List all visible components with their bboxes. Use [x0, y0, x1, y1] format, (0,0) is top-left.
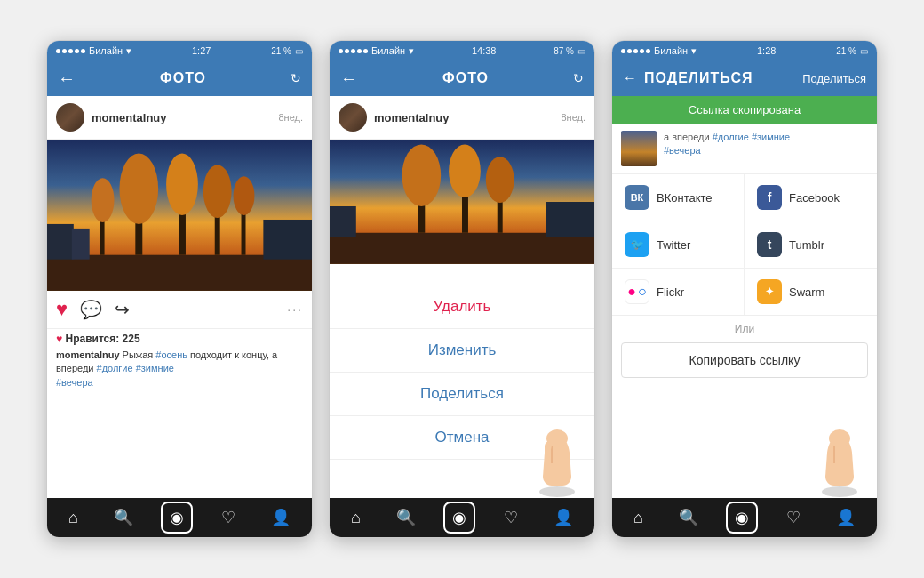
avatar-1 — [56, 103, 84, 132]
likes-count-1: Нравится: 225 — [65, 333, 139, 345]
status-left-3: Билайн ▾ — [621, 45, 697, 57]
signal-dots — [56, 49, 85, 53]
nav-camera-3[interactable]: ◉ — [726, 502, 758, 534]
time-3: 1:28 — [757, 45, 776, 56]
twitter-label: Twitter — [657, 238, 690, 252]
svg-rect-18 — [546, 202, 594, 237]
menu-edit[interactable]: Изменить — [330, 329, 594, 373]
svg-point-8 — [166, 153, 198, 215]
likes-heart-1: ♥ — [56, 333, 62, 345]
svg-rect-3 — [72, 229, 90, 260]
vk-label: ВКонтакте — [657, 191, 713, 205]
wifi-icon-1: ▾ — [126, 45, 131, 57]
share-button-1[interactable]: ↪ — [115, 299, 130, 320]
comment-button-1[interactable]: 💬 — [80, 299, 102, 320]
svg-rect-4 — [263, 220, 312, 260]
share-tumblr[interactable]: t Tumblr — [745, 221, 877, 269]
phone-1-frame: Билайн ▾ 1:27 21 % ▭ ← ФОТО ↻ momentalnu… — [46, 40, 313, 538]
status-left: Билайн ▾ — [56, 45, 131, 57]
nav-bar-1: ← ФОТО ↻ — [47, 60, 312, 96]
photo-1 — [47, 140, 312, 291]
time-2: 14:38 — [472, 45, 497, 56]
nav-bar-3: ← ПОДЕЛИТЬСЯ Поделиться — [612, 60, 877, 96]
svg-rect-2 — [47, 224, 74, 260]
share-vk[interactable]: ВК ВКонтакте — [612, 174, 745, 221]
username-1[interactable]: momentalnuy — [92, 111, 167, 124]
more-button-1[interactable]: ··· — [287, 302, 303, 317]
username-2[interactable]: momentalnuy — [374, 111, 450, 124]
post-time-1: 8нед. — [278, 112, 303, 123]
nav-home-3[interactable]: ⌂ — [626, 505, 650, 531]
share-preview: а впереди #долгие #зимние#вечера — [612, 124, 877, 174]
nav-home-1[interactable]: ⌂ — [61, 505, 85, 531]
svg-point-12 — [92, 178, 115, 222]
hashtag-osen: #осень — [155, 349, 187, 360]
nav-heart-1[interactable]: ♡ — [214, 504, 243, 531]
avatar-img-2 — [339, 103, 367, 132]
avatar-img-1 — [56, 103, 84, 132]
nav-search-1[interactable]: 🔍 — [107, 504, 140, 531]
nav-profile-3[interactable]: 👤 — [829, 504, 863, 531]
svg-point-6 — [119, 153, 158, 223]
phone-3: Билайн ▾ 1:28 21 % ▭ ← ПОДЕЛИТЬСЯ Подели… — [611, 40, 878, 538]
carrier-1: Билайн — [89, 45, 123, 56]
battery-2: 87 % — [554, 46, 574, 56]
status-bar-1: Билайн ▾ 1:27 21 % ▭ — [47, 41, 312, 60]
svg-rect-17 — [330, 206, 356, 237]
caption-1: momentalnuy Рыжая #осень подходит к конц… — [47, 347, 312, 395]
share-swarm[interactable]: ✦ Swarm — [745, 269, 877, 315]
nav-search-3[interactable]: 🔍 — [672, 504, 705, 531]
share-twitter[interactable]: 🐦 Twitter — [612, 221, 745, 269]
share-flickr[interactable]: ●○ Flickr — [612, 269, 745, 315]
post-header-1: momentalnuy 8нед. — [47, 96, 312, 140]
status-left-2: Билайн ▾ — [339, 45, 414, 57]
svg-point-14 — [234, 176, 255, 215]
post-time-2: 8нед. — [561, 112, 585, 123]
battery-3: 21 % — [836, 46, 856, 56]
battery-1: 21 % — [271, 46, 291, 56]
swarm-label: Swarm — [789, 285, 824, 299]
share-facebook[interactable]: f Facebook — [745, 174, 877, 221]
nav-camera-2[interactable]: ◉ — [443, 502, 475, 534]
swarm-icon: ✦ — [757, 279, 782, 304]
refresh-button-1[interactable]: ↻ — [291, 71, 301, 85]
refresh-button-2[interactable]: ↻ — [573, 71, 584, 85]
flickr-label: Flickr — [657, 285, 684, 299]
menu-delete[interactable]: Удалить — [330, 285, 594, 329]
nav-search-2[interactable]: 🔍 — [389, 504, 423, 531]
back-button-3[interactable]: ← — [623, 70, 637, 86]
like-button-1[interactable]: ♥ — [56, 298, 68, 321]
copy-link-button[interactable]: Копировать ссылку — [621, 342, 868, 378]
status-bar-3: Билайн ▾ 1:28 21 % ▭ — [612, 41, 877, 60]
menu-share[interactable]: Поделиться — [330, 373, 594, 416]
battery-icon-1: ▭ — [295, 46, 303, 56]
status-bar-2: Билайн ▾ 14:38 87 % ▭ — [330, 41, 594, 60]
nav-bar-2: ← ФОТО ↻ — [330, 60, 594, 96]
photo-svg-1 — [47, 140, 312, 291]
phone-2-wrapper: Билайн ▾ 14:38 87 % ▭ ← ФОТО ↻ momentaln… — [329, 40, 595, 538]
nav-title-1: ФОТО — [160, 70, 206, 86]
share-action-btn[interactable]: Поделиться — [802, 72, 866, 85]
caption-text-1: Рыжая — [123, 349, 156, 360]
nav-camera-1[interactable]: ◉ — [161, 502, 193, 534]
nav-heart-3[interactable]: ♡ — [779, 504, 808, 531]
svg-point-10 — [203, 165, 232, 218]
context-menu-2: Удалить Изменить Поделиться Отмена — [330, 264, 594, 498]
nav-profile-2[interactable]: 👤 — [546, 504, 580, 531]
nav-heart-2[interactable]: ♡ — [497, 504, 525, 531]
signal-dots-2 — [339, 49, 368, 53]
back-button-2[interactable]: ← — [340, 68, 358, 89]
facebook-icon: f — [757, 185, 782, 210]
nav-profile-1[interactable]: 👤 — [264, 504, 298, 531]
flickr-icon: ●○ — [625, 279, 649, 304]
menu-cancel[interactable]: Отмена — [330, 416, 594, 460]
bottom-nav-2: ⌂ 🔍 ◉ ♡ 👤 — [330, 498, 594, 537]
tumblr-icon: t — [757, 232, 782, 257]
svg-point-24 — [486, 157, 514, 203]
photo-2 — [330, 140, 594, 264]
or-divider: Или — [612, 316, 877, 342]
nav-home-2[interactable]: ⌂ — [344, 505, 368, 531]
back-button-1[interactable]: ← — [58, 68, 76, 89]
battery-area-2: 87 % ▭ — [554, 46, 585, 56]
hashtag-dolgie: #долгие — [97, 363, 133, 373]
